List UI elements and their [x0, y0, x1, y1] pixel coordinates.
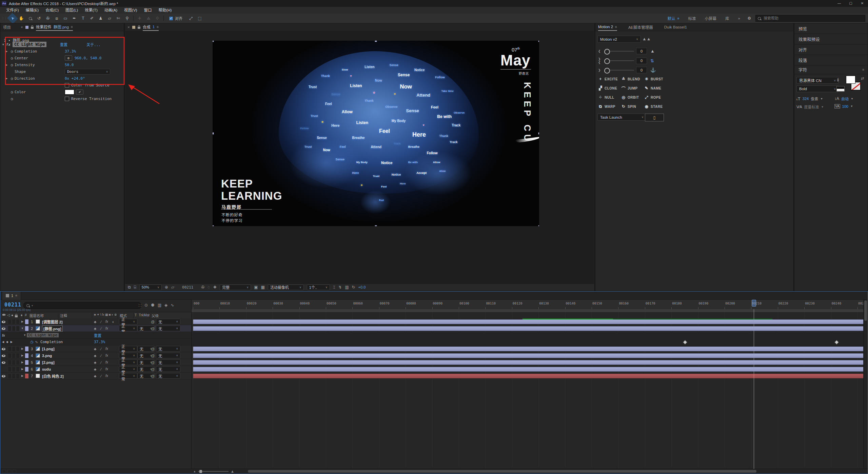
timeline-option-1-icon[interactable]: ⊙ [144, 303, 148, 308]
panel-menu-icon[interactable]: ≡ [615, 25, 617, 29]
rotation-tool[interactable]: ↺ [35, 15, 43, 22]
expander-icon[interactable]: ▶ [20, 320, 24, 323]
switch-cell[interactable] [16, 319, 20, 324]
expander-icon[interactable]: ▶ [20, 347, 24, 350]
parent-dropdown[interactable]: 无∨ [156, 366, 180, 372]
work-area-bar[interactable] [192, 309, 864, 313]
timeline-effect-reset[interactable]: 重置 [94, 333, 101, 338]
view-layout-dropdown[interactable]: 1个..∨ [307, 284, 330, 290]
pickwhip-icon[interactable]: @ [151, 367, 155, 371]
motion-button-excite[interactable]: +EXCITE [598, 76, 620, 82]
tab-project[interactable]: 项目 [3, 24, 11, 30]
switch-cell[interactable] [16, 360, 20, 365]
panel-grip[interactable]: ⋮⋮ [1, 17, 7, 20]
shy-icon[interactable]: ♣ [94, 354, 96, 358]
motion-button-orbit[interactable]: ◎ORBIT [621, 94, 643, 101]
fx-icon[interactable]: fx [105, 360, 108, 364]
label-color-swatch[interactable] [25, 347, 28, 351]
switch-cell[interactable] [8, 373, 12, 379]
timeline-property-name[interactable]: Completion [40, 340, 63, 344]
stopwatch-icon[interactable]: ◷ [9, 63, 15, 67]
reset-button[interactable]: 重置 [60, 42, 67, 47]
selection-handle[interactable] [375, 225, 377, 226]
snap-checkbox[interactable]: ✓ [169, 16, 173, 21]
menu-窗口[interactable]: 窗口 [140, 7, 155, 14]
playhead-handle[interactable] [752, 300, 756, 307]
tab-Duik Bassel1[interactable]: Duik Bassel1 [664, 25, 687, 29]
close-button[interactable]: ✕ [856, 0, 868, 7]
rectangle-tool[interactable]: ▭ [61, 15, 70, 22]
fill-over-stroke-icon[interactable] [836, 86, 845, 92]
eyedropper-icon[interactable]: ✐ [76, 90, 83, 95]
switch-cell[interactable] [16, 367, 20, 372]
property-value[interactable]: 0x +24.0° [65, 76, 85, 81]
property-value[interactable]: 37.3% [65, 49, 76, 54]
zoom-in-mountain-icon[interactable]: ▲ [231, 469, 234, 473]
timeline-option-5-icon[interactable]: ∿ [171, 303, 174, 308]
channels-icon[interactable]: ❖ [213, 285, 217, 290]
motion-button-warp[interactable]: ⧉WARP [598, 103, 620, 110]
switch-cell[interactable] [16, 326, 20, 331]
switch-cell[interactable] [12, 373, 16, 379]
switch-cell[interactable] [8, 319, 12, 324]
trash-button[interactable]: ▯ [645, 114, 664, 121]
eye-icon[interactable] [2, 321, 5, 323]
updown-arrows-icon[interactable]: ⇅ [650, 58, 654, 63]
selection-handle[interactable] [538, 225, 539, 226]
panel-menu-icon[interactable]: ≡ [71, 25, 73, 29]
anchor-icon[interactable]: ⚓ [650, 67, 656, 73]
pickwhip-icon[interactable]: @ [151, 354, 155, 358]
parent-dropdown[interactable]: 无∨ [156, 346, 180, 352]
expander-icon[interactable]: ▼ [20, 327, 24, 330]
workspace-settings-icon[interactable]: ⚙ [745, 15, 753, 22]
panel-character[interactable]: 字符 ≡ [794, 65, 868, 74]
stopwatch-icon[interactable]: ◷ [30, 340, 34, 344]
snap-toggle[interactable]: ✓ 对齐 [169, 16, 182, 21]
lock-icon[interactable] [138, 27, 140, 29]
slider-value[interactable]: 0 [636, 58, 647, 64]
motion-button-stare[interactable]: ◉STARE [644, 103, 666, 110]
fast-previews-icon[interactable]: ▣ [254, 285, 258, 290]
pickwhip-icon[interactable]: @ [151, 360, 155, 364]
parent-dropdown[interactable]: 无∨ [156, 325, 180, 331]
parent-dropdown[interactable]: 无∨ [156, 353, 180, 358]
timeline-search[interactable]: ▾ [23, 302, 141, 309]
collapse-arrow-icon[interactable]: ▼ [2, 43, 4, 46]
graph-icon[interactable]: ∿ [35, 340, 38, 344]
zoom-tool[interactable] [26, 15, 34, 22]
label-color-swatch[interactable] [25, 360, 28, 365]
fx-icon[interactable]: fx [105, 367, 108, 371]
toggle-2-icon[interactable] [7, 470, 11, 473]
about-button[interactable]: 关于... [86, 42, 101, 47]
region-of-interest-icon[interactable]: ▱ [171, 285, 174, 290]
layer-name[interactable]: [1.png] [42, 347, 55, 351]
layer-duration-bar[interactable] [193, 367, 864, 372]
tab-close-icon[interactable]: × [21, 25, 23, 29]
tab-AE脚本管理器[interactable]: AE脚本管理器 [628, 24, 653, 30]
tab-composition[interactable]: 合成 1 ≡ [143, 23, 159, 31]
switch-cell[interactable] [16, 346, 20, 352]
camera-dropdown[interactable]: 活动摄像机∨ [268, 284, 304, 290]
switch-cell[interactable] [12, 353, 16, 358]
motion-button-rope[interactable]: ⤢ROPE [644, 94, 666, 101]
checkbox[interactable] [65, 83, 69, 87]
slider-track[interactable] [605, 51, 634, 52]
pen-tool[interactable]: ✒ [70, 15, 78, 22]
expander-icon[interactable]: ▶ [20, 374, 24, 377]
panel-预览[interactable]: 预览 [794, 23, 868, 34]
motion-button-clone[interactable]: ▞CLONE [598, 85, 620, 92]
tracking-control[interactable]: VA 100▼ [834, 104, 853, 108]
stopwatch-icon[interactable]: ◷ [9, 56, 15, 60]
eye-icon[interactable] [2, 361, 5, 364]
switch-cell[interactable] [8, 346, 12, 352]
effect-header[interactable]: ▼ fx CC Light Wipe 重置 关于... [0, 41, 124, 48]
timeline-layer-row[interactable]: ▶1[调整图层 2]♣∕fx◐正常∨@无∨ [0, 318, 191, 325]
shy-icon[interactable]: ♣ [94, 320, 96, 324]
parent-dropdown[interactable]: 无∨ [156, 373, 180, 379]
motion-preset-dropdown[interactable]: Motion v2∨ [597, 36, 641, 43]
menu-动画(A)[interactable]: 动画(A) [101, 7, 121, 14]
panel-段落[interactable]: 段落 [794, 55, 868, 65]
fx-icon[interactable]: fx [105, 374, 108, 378]
layer-name[interactable]: [白色 纯色 2] [42, 373, 64, 379]
stopwatch-icon[interactable]: ◷ [9, 97, 15, 101]
